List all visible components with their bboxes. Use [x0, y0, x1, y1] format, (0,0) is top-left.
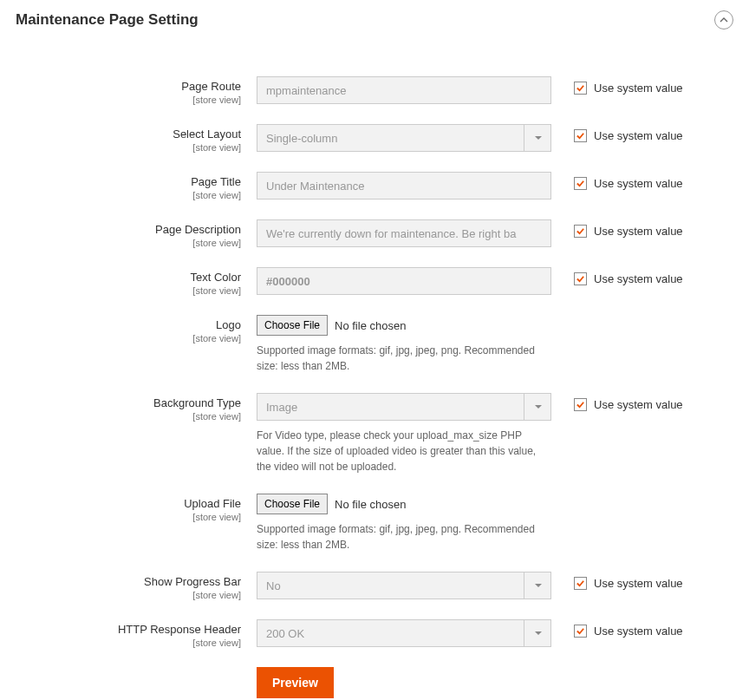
use-system-label: Use system value [594, 129, 683, 142]
page-route-input[interactable] [257, 76, 551, 104]
logo-file-status: No file chosen [335, 319, 406, 332]
show-progress-label: Show Progress Bar [16, 575, 241, 588]
check-icon [576, 626, 585, 636]
use-system-checkbox[interactable] [574, 272, 587, 285]
page-route-label: Page Route [16, 80, 241, 93]
select-layout-label: Select Layout [16, 128, 241, 141]
use-system-label: Use system value [594, 225, 683, 238]
scope-label: [store view] [16, 411, 241, 422]
scope-label: [store view] [16, 590, 241, 600]
page-description-label: Page Description [16, 223, 241, 236]
check-icon [576, 83, 585, 93]
logo-note: Supported image formats: gif, jpg, jpeg,… [257, 343, 551, 374]
scope-label: [store view] [16, 142, 241, 153]
use-system-label: Use system value [594, 577, 683, 590]
use-system-checkbox[interactable] [574, 225, 587, 238]
scope-label: [store view] [16, 95, 241, 105]
check-icon [576, 226, 585, 236]
upload-choose-file-button[interactable]: Choose File [257, 494, 328, 514]
text-color-label: Text Color [16, 271, 241, 284]
scope-label: [store view] [16, 333, 241, 343]
scope-label: [store view] [16, 512, 241, 522]
http-header-label: HTTP Response Header [16, 623, 241, 636]
background-type-select[interactable] [257, 393, 551, 421]
http-header-select[interactable] [257, 619, 551, 647]
check-icon [576, 179, 585, 188]
use-system-checkbox[interactable] [574, 625, 587, 638]
section-title: Maintenance Page Setting [16, 11, 199, 29]
logo-label: Logo [16, 318, 241, 331]
use-system-label: Use system value [594, 272, 683, 285]
scope-label: [store view] [16, 638, 241, 648]
check-icon [576, 579, 585, 588]
use-system-checkbox[interactable] [574, 577, 587, 590]
preview-button[interactable]: Preview [257, 667, 334, 698]
scope-label: [store view] [16, 238, 241, 248]
page-description-input[interactable] [257, 219, 551, 247]
scope-label: [store view] [16, 190, 241, 200]
use-system-label: Use system value [594, 177, 683, 190]
page-title-input[interactable] [257, 172, 551, 200]
use-system-label: Use system value [594, 625, 683, 638]
scope-label: [store view] [16, 285, 241, 296]
background-type-note: For Video type, please check your upload… [257, 428, 551, 474]
page-title-label: Page Title [16, 175, 241, 188]
chevron-up-icon [720, 16, 728, 24]
select-layout-select[interactable] [257, 124, 551, 152]
use-system-checkbox[interactable] [574, 82, 587, 95]
check-icon [576, 400, 585, 409]
use-system-checkbox[interactable] [574, 398, 587, 411]
upload-file-label: Upload File [16, 497, 241, 510]
upload-file-note: Supported image formats: gif, jpg, jpeg,… [257, 521, 551, 553]
collapse-toggle[interactable] [714, 10, 733, 29]
text-color-input[interactable] [257, 267, 551, 295]
background-type-label: Background Type [16, 396, 241, 409]
use-system-label: Use system value [594, 82, 683, 95]
use-system-label: Use system value [594, 398, 683, 411]
show-progress-select[interactable] [257, 572, 551, 599]
use-system-checkbox[interactable] [574, 129, 587, 142]
use-system-checkbox[interactable] [574, 177, 587, 190]
logo-choose-file-button[interactable]: Choose File [257, 315, 328, 336]
check-icon [576, 274, 585, 284]
check-icon [576, 131, 585, 141]
upload-file-status: No file chosen [335, 498, 406, 511]
